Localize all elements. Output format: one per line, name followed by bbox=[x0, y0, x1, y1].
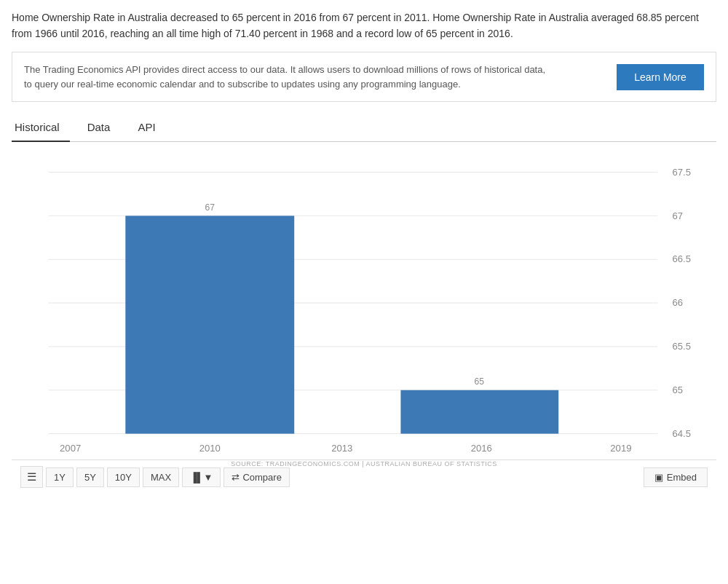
chart-type-icon: ▐▌▼ bbox=[190, 472, 213, 483]
5y-button[interactable]: 5Y bbox=[76, 467, 104, 487]
tab-api[interactable]: API bbox=[135, 115, 165, 141]
10y-button[interactable]: 10Y bbox=[107, 467, 140, 487]
svg-text:64.5: 64.5 bbox=[673, 428, 692, 439]
embed-icon: ▣ bbox=[654, 472, 663, 483]
api-banner-text: The Trading Economics API provides direc… bbox=[24, 63, 548, 91]
svg-text:67: 67 bbox=[673, 210, 684, 221]
main-container: Home Ownership Rate in Australia decreas… bbox=[0, 0, 728, 501]
svg-text:2019: 2019 bbox=[610, 443, 631, 454]
description-text: Home Ownership Rate in Australia decreas… bbox=[12, 10, 716, 42]
bar-2016 bbox=[400, 390, 558, 434]
tabs-container: Historical Data API bbox=[12, 115, 716, 142]
learn-more-button[interactable]: Learn More bbox=[617, 64, 704, 90]
svg-text:2007: 2007 bbox=[60, 443, 81, 454]
svg-text:66.5: 66.5 bbox=[673, 254, 692, 265]
compare-icon: ⇄ bbox=[232, 472, 240, 483]
svg-text:67: 67 bbox=[205, 202, 215, 213]
chart-area: 67.5 67 66.5 66 65.5 65 64.5 2007 2010 2… bbox=[12, 149, 716, 455]
bar-2010 bbox=[125, 216, 294, 434]
svg-text:66: 66 bbox=[673, 297, 684, 308]
svg-text:2016: 2016 bbox=[471, 443, 492, 454]
chart-type-button[interactable]: ▐▌▼ bbox=[182, 467, 221, 487]
svg-text:65.5: 65.5 bbox=[673, 341, 692, 352]
1y-button[interactable]: 1Y bbox=[46, 467, 74, 487]
svg-text:65: 65 bbox=[673, 384, 684, 395]
tab-data[interactable]: Data bbox=[84, 115, 121, 141]
compare-button[interactable]: ⇄ Compare bbox=[223, 467, 289, 487]
tab-historical[interactable]: Historical bbox=[12, 115, 70, 142]
api-banner: The Trading Economics API provides direc… bbox=[12, 52, 716, 102]
filter-icon-button[interactable]: ☰ bbox=[20, 466, 43, 488]
max-button[interactable]: MAX bbox=[143, 467, 179, 487]
filter-icon: ☰ bbox=[27, 470, 36, 483]
chart-source: SOURCE: TRADINGECONOMICS.COM | AUSTRALIA… bbox=[12, 460, 716, 467]
embed-button[interactable]: ▣ Embed bbox=[644, 467, 708, 487]
svg-text:2010: 2010 bbox=[199, 443, 221, 454]
bar-chart: 67.5 67 66.5 66 65.5 65 64.5 2007 2010 2… bbox=[12, 149, 716, 455]
svg-text:2013: 2013 bbox=[331, 443, 352, 454]
svg-text:67.5: 67.5 bbox=[673, 167, 692, 178]
svg-text:65: 65 bbox=[475, 377, 485, 387]
